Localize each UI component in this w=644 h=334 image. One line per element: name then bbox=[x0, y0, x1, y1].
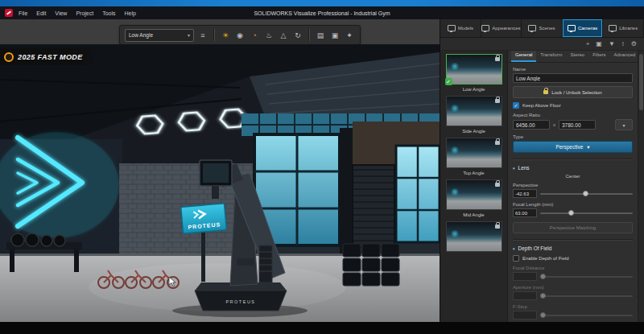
monitor-icon bbox=[481, 25, 489, 31]
teapot-model-icon[interactable]: ♨ bbox=[263, 29, 275, 42]
camera-item-mid-angle[interactable]: Mid Angle bbox=[440, 179, 507, 218]
aperture-input[interactable] bbox=[513, 291, 537, 300]
menu-item-project[interactable]: Project bbox=[76, 10, 93, 16]
tab-cameras[interactable]: Cameras bbox=[563, 19, 604, 37]
camera-item-low-angle[interactable]: ✓ Low Angle bbox=[440, 54, 507, 93]
perspective-matching-button[interactable]: Perspective Matching bbox=[513, 222, 633, 233]
perspective-slider[interactable] bbox=[540, 193, 633, 195]
app-window: File Edit View Project Tools Help SOLIDW… bbox=[0, 0, 644, 334]
lock-unlock-button[interactable]: Lock / Unlock Selection bbox=[513, 86, 633, 98]
monitor-icon bbox=[448, 25, 456, 31]
keep-above-floor-checkbox[interactable]: ✓ bbox=[513, 102, 519, 109]
lock-unlock-label: Lock / Unlock Selection bbox=[551, 90, 601, 95]
slider-handle[interactable] bbox=[540, 293, 546, 299]
perspective-label: Perspective bbox=[513, 183, 633, 188]
menu-item-tools[interactable]: Tools bbox=[102, 10, 115, 16]
tab-advanced[interactable]: Advanced bbox=[610, 51, 638, 62]
camera-item-top-angle[interactable]: Top Angle bbox=[440, 138, 507, 176]
camera-label: Low Angle bbox=[440, 86, 507, 93]
camera-preset-dropdown[interactable]: Low Angle ▾ bbox=[125, 29, 194, 42]
slider-handle[interactable] bbox=[583, 191, 588, 196]
sort-icon[interactable]: ↕ bbox=[621, 41, 625, 47]
clapper-render-icon[interactable]: ▤ bbox=[315, 29, 326, 42]
aspect-height-input[interactable] bbox=[559, 120, 596, 130]
name-label: Name bbox=[513, 67, 633, 72]
slider-handle[interactable] bbox=[540, 312, 546, 318]
render-sphere-icon[interactable]: ◉ bbox=[234, 29, 246, 42]
tab-transform[interactable]: Transform bbox=[536, 51, 566, 62]
lens-section-header[interactable]: ▾ Lens bbox=[513, 165, 633, 171]
menu-item-edit[interactable]: Edit bbox=[36, 10, 46, 16]
camera-type-dropdown[interactable]: Perspective ▾ bbox=[513, 141, 633, 153]
compass-icon[interactable]: ✦ bbox=[344, 29, 355, 42]
chevron-down-icon: ▾ bbox=[587, 144, 589, 151]
enable-dof-checkbox[interactable] bbox=[513, 255, 519, 262]
camera-thumbnail[interactable]: ✓ bbox=[446, 54, 502, 85]
perspective-value-input[interactable] bbox=[513, 189, 537, 198]
fast-mode-label: 2025 FAST MODE bbox=[18, 53, 83, 61]
focal-distance-input[interactable] bbox=[513, 272, 537, 281]
monitor-icon bbox=[528, 25, 536, 31]
enable-dof-label: Enable Depth of Field bbox=[522, 256, 569, 261]
add-camera-icon[interactable]: + bbox=[586, 41, 590, 47]
fast-mode-icon bbox=[4, 52, 14, 62]
aspect-ratio-label: Aspect Ratio bbox=[513, 113, 633, 118]
appearance-pie-icon[interactable]: ◔ bbox=[249, 29, 260, 42]
axes-icon[interactable]: △ bbox=[278, 29, 289, 42]
divider bbox=[513, 159, 633, 160]
focal-length-label: Focal Length (mm) bbox=[513, 202, 633, 207]
aperture-slider[interactable] bbox=[540, 295, 633, 297]
lock-icon bbox=[495, 141, 500, 145]
slider-handle[interactable] bbox=[540, 274, 546, 279]
camera-toolbar: Low Angle ▾ ≡ ☀ ◉ ◔ ♨ △ ↻ ▤ ▣ ✦ bbox=[119, 25, 361, 45]
camera-item-5[interactable] bbox=[440, 221, 507, 252]
aspect-ratio-dropdown[interactable]: ▾ bbox=[615, 119, 633, 130]
dof-section-header[interactable]: ▾ Depth Of Field bbox=[513, 245, 633, 251]
viewport[interactable]: PROTEUS PROTEUS bbox=[0, 44, 440, 322]
camera-label: Mid Angle bbox=[440, 212, 507, 218]
menu-item-file[interactable]: File bbox=[19, 10, 27, 16]
slider-handle[interactable] bbox=[568, 210, 574, 216]
viewport-3d-scene: PROTEUS PROTEUS bbox=[0, 44, 440, 322]
tab-appearances[interactable]: Appearances bbox=[481, 19, 522, 37]
aspect-width-input[interactable] bbox=[513, 120, 550, 130]
fast-mode-badge: 2025 FAST MODE bbox=[0, 48, 100, 65]
fstop-input[interactable] bbox=[513, 311, 537, 320]
tab-models[interactable]: Models bbox=[440, 19, 481, 37]
settings-icon[interactable]: ⚙ bbox=[631, 41, 637, 47]
tab-filters[interactable]: Filters bbox=[588, 51, 609, 62]
filter-icon[interactable]: ▼ bbox=[609, 41, 615, 47]
focal-distance-label: Focal Distance bbox=[513, 266, 633, 270]
camera-thumbnail[interactable] bbox=[446, 96, 502, 126]
solidworks-logo bbox=[5, 9, 13, 17]
focal-distance-slider[interactable] bbox=[540, 276, 633, 278]
camera-thumbnail[interactable] bbox=[446, 138, 502, 168]
rotate-icon[interactable]: ↻ bbox=[292, 29, 303, 42]
camera-list: ✓ Low Angle Side Angle bbox=[440, 51, 508, 322]
menu-item-view[interactable]: View bbox=[55, 10, 67, 16]
collapse-arrow-icon: ▾ bbox=[513, 246, 515, 251]
duplicate-icon[interactable]: ▣ bbox=[596, 41, 602, 47]
panel-scrollbar[interactable] bbox=[638, 51, 644, 322]
camera-type-value: Perspective bbox=[555, 144, 583, 150]
camera-name-input[interactable] bbox=[513, 73, 633, 83]
tab-label: Appearances bbox=[492, 26, 520, 31]
tab-scenes[interactable]: Scenes bbox=[522, 19, 563, 37]
camera-item-side-angle[interactable]: Side Angle bbox=[440, 96, 507, 134]
camera-thumbnail[interactable] bbox=[446, 179, 502, 210]
machine-base-text: PROTEUS bbox=[225, 299, 255, 304]
snapshot-camera-icon[interactable]: ▣ bbox=[329, 29, 341, 42]
tab-general[interactable]: General bbox=[511, 51, 536, 62]
tab-stereo[interactable]: Stereo bbox=[566, 51, 588, 62]
scrollbar-thumb[interactable] bbox=[639, 54, 643, 110]
preset-menu-icon[interactable]: ≡ bbox=[197, 29, 208, 42]
focal-length-value-input[interactable] bbox=[513, 208, 537, 217]
camera-label: Side Angle bbox=[440, 128, 507, 134]
tab-libraries[interactable]: Libraries bbox=[603, 19, 644, 37]
menu-item-help[interactable]: Help bbox=[125, 10, 136, 16]
fstop-slider[interactable] bbox=[540, 315, 633, 316]
property-tab-bar: General Transform Stereo Filters Advance… bbox=[508, 51, 638, 63]
camera-thumbnail[interactable] bbox=[446, 221, 502, 252]
sun-environment-icon[interactable]: ☀ bbox=[220, 29, 231, 42]
focal-length-slider[interactable] bbox=[540, 212, 633, 214]
